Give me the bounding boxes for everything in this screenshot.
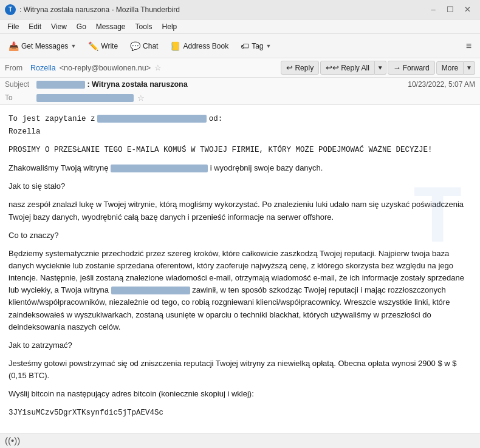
from-section: From Rozella <no-reply@bouwlonen.nu> ☆ bbox=[5, 63, 278, 72]
chat-button[interactable]: 💬 Chat bbox=[125, 39, 163, 53]
reply-button[interactable]: ↩ Reply bbox=[281, 61, 319, 75]
forward-icon: → bbox=[393, 63, 401, 72]
tag-icon: 🏷 bbox=[241, 41, 249, 51]
to-value-blurred bbox=[36, 94, 134, 102]
blurred-domain-1 bbox=[97, 115, 207, 123]
body-para-2: PROSIMY O PRZESŁANIE TEGO E-MAILA KOMUŚ … bbox=[9, 144, 471, 156]
subject-blurred bbox=[36, 81, 85, 89]
write-icon: ✏️ bbox=[88, 41, 98, 51]
tag-button[interactable]: 🏷 Tag ▼ bbox=[236, 39, 276, 53]
title-bar: T : Witryna została naruszona - Mozilla … bbox=[0, 0, 480, 19]
body-para-6: Co to znaczy? bbox=[9, 229, 471, 242]
more-group: More ▼ bbox=[436, 61, 475, 75]
subject-label: Subject bbox=[5, 80, 36, 89]
email-meta: Subject : Witryna została naruszona 10/2… bbox=[0, 78, 480, 105]
reply-icon: ↩ bbox=[286, 63, 293, 72]
maximize-button[interactable]: ☐ bbox=[442, 4, 458, 16]
subject-value: : Witryna została naruszona bbox=[36, 80, 408, 89]
reply-all-icon: ↩↩ bbox=[326, 63, 339, 72]
to-label: To bbox=[5, 93, 36, 102]
reply-all-button[interactable]: ↩↩ Reply All bbox=[320, 61, 375, 75]
connection-icon: ((•)) bbox=[5, 435, 20, 446]
email-body-container: T To jest zapytanie z od: Rozella PROSIM… bbox=[0, 105, 480, 433]
more-button[interactable]: More bbox=[436, 61, 464, 75]
body-para-btc: 3JY1suMCzv5DgrXTKsynfdic5jTpAEV4Sc bbox=[9, 406, 471, 419]
window-title: : Witryna została naruszona - Mozilla Th… bbox=[19, 5, 425, 14]
menu-bar: File Edit View Go Message Tools Help bbox=[0, 19, 480, 34]
reply-all-group: ↩↩ Reply All ▼ bbox=[320, 61, 386, 75]
get-messages-button[interactable]: 📥 Get Messages ▼ bbox=[4, 39, 81, 53]
body-para-5: nasz zespół znalazł lukę w Twojej witryn… bbox=[9, 199, 471, 223]
body-para-1: To jest zapytanie z od: Rozella bbox=[9, 112, 471, 138]
hamburger-menu-button[interactable]: ≡ bbox=[461, 38, 476, 54]
main-toolbar: 📥 Get Messages ▼ ✏️ Write 💬 Chat 📒 Addre… bbox=[0, 34, 480, 58]
get-messages-dropdown-icon[interactable]: ▼ bbox=[70, 43, 76, 49]
menu-view[interactable]: View bbox=[46, 21, 72, 32]
blurred-domain-3 bbox=[111, 287, 190, 294]
close-button[interactable]: ✕ bbox=[459, 4, 475, 16]
email-action-bar: From Rozella <no-reply@bouwlonen.nu> ☆ ↩… bbox=[0, 58, 480, 78]
email-body: To jest zapytanie z od: Rozella PROSIMY … bbox=[9, 112, 471, 419]
more-dropdown-button[interactable]: ▼ bbox=[464, 61, 475, 75]
reply-all-dropdown-button[interactable]: ▼ bbox=[375, 61, 386, 75]
app-icon: T bbox=[5, 4, 16, 15]
to-row: To ☆ bbox=[0, 91, 480, 104]
status-bar: ((•)) bbox=[0, 433, 480, 447]
forward-button[interactable]: → Forward bbox=[388, 61, 435, 75]
star-icon[interactable]: ☆ bbox=[154, 63, 162, 72]
write-button[interactable]: ✏️ Write bbox=[83, 39, 123, 53]
chat-icon: 💬 bbox=[130, 41, 140, 51]
subject-row: Subject : Witryna została naruszona 10/2… bbox=[0, 78, 480, 91]
email-timestamp: 10/23/2022, 5:07 AM bbox=[408, 80, 475, 89]
blurred-domain-2 bbox=[111, 165, 208, 172]
get-messages-icon: 📥 bbox=[9, 41, 19, 51]
body-para-9: Jesteśmy gotowi powstrzymać się od znisz… bbox=[9, 358, 471, 382]
menu-message[interactable]: Message bbox=[91, 21, 131, 32]
reply-forward-buttons: ↩ Reply ↩↩ Reply All ▼ → Forward More ▼ bbox=[281, 61, 475, 75]
menu-file[interactable]: File bbox=[2, 21, 24, 32]
body-para-4: Jak to się stało? bbox=[9, 180, 471, 192]
body-para-10: Wyślij bitcoin na następujący adres bitc… bbox=[9, 388, 471, 400]
menu-tools[interactable]: Tools bbox=[131, 21, 157, 32]
sender-name: Rozella bbox=[30, 64, 56, 72]
body-para-7: Będziemy systematycznie przechodzić prze… bbox=[9, 248, 471, 333]
body-para-3: Zhakowaliśmy Twoją witrynę i wyodrębnij … bbox=[9, 162, 471, 174]
menu-edit[interactable]: Edit bbox=[24, 21, 46, 32]
body-para-8: Jak to zatrzymać? bbox=[9, 339, 471, 351]
menu-help[interactable]: Help bbox=[157, 21, 182, 32]
address-book-button[interactable]: 📒 Address Book bbox=[165, 39, 233, 53]
to-star-icon[interactable]: ☆ bbox=[137, 93, 145, 103]
sender-email: <no-reply@bouwlonen.nu> bbox=[60, 64, 151, 72]
window-controls: – ☐ ✕ bbox=[425, 4, 475, 16]
minimize-button[interactable]: – bbox=[425, 4, 441, 16]
from-label: From bbox=[5, 64, 27, 72]
tag-dropdown-icon[interactable]: ▼ bbox=[266, 43, 272, 49]
address-book-icon: 📒 bbox=[170, 41, 180, 51]
menu-go[interactable]: Go bbox=[72, 21, 91, 32]
